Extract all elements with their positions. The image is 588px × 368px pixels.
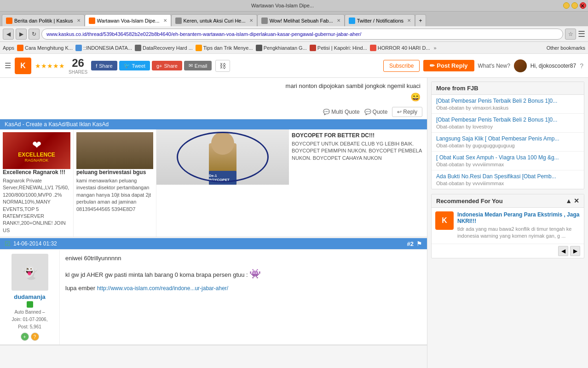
heart-icon: ❤ [32,139,41,152]
reply-btn-small[interactable]: ↩ Reply [392,107,422,117]
bm-icon-1 [17,45,23,51]
user-col: 👻 dudamanja Auto Banned – Join: 01-07-20… [0,250,60,345]
share-facebook-btn[interactable]: f Share [91,61,117,70]
online-dot [27,301,33,308]
window-controls: ✕ [563,2,586,9]
tab-close-4[interactable]: ✕ [407,18,411,23]
rec-content: Indonesia Medan Perang Para Ekstrimis , … [457,211,580,240]
rec-item-title[interactable]: Indonesia Medan Perang Para Ekstrimis , … [457,211,580,224]
hamburger-menu[interactable]: ☰ [5,61,11,70]
bookmark-star[interactable]: ☆ [565,29,576,40]
pencil-icon: ✏ [430,62,435,69]
tab-close-2[interactable]: ✕ [249,18,253,23]
kasad-ad4-title: BOYCOPET FOR BETTER DC!!! [292,132,424,139]
tab-2[interactable]: Keren, untuk Aksi Curi He... ✕ [171,14,257,26]
settings-icon[interactable]: ☰ [578,29,585,39]
bookmark-7[interactable]: HORROR 40 HARI D... [370,45,430,51]
help-icon[interactable]: ? [580,62,583,70]
share-gplus-btn[interactable]: g+ Share [152,61,182,70]
back-btn[interactable]: ◀ [3,29,14,40]
fjb-item-4-title[interactable]: Ada Bukti No.Resi Dan Spesifikasi [Obat … [436,173,579,180]
fjb-item-0-title[interactable]: [Obat Pembesar Penis Terbaik Beli 2 Bonu… [436,98,579,104]
apps-label: Apps [3,45,14,51]
fjb-item-3-sub: Obat-obatan by vvvviiimmmax [436,162,579,167]
share-email-btn[interactable]: ✉ Email [184,61,212,70]
shares-block: 26 SHARES [69,57,87,75]
shares-label: SHARES [69,70,87,75]
kaskus-logo[interactable]: K [15,58,31,74]
tab-4[interactable]: Twitter / Notifications ✕ [345,14,415,26]
email-icon: ✉ [189,63,193,69]
bookmark-4[interactable]: Tips dan Trik Menye... [196,45,253,51]
minimize-btn[interactable] [563,2,570,9]
address-bar[interactable] [41,29,563,40]
tab-0[interactable]: Berita dan Politik | Kaskus ✕ [2,14,85,26]
kasad-section: KasAd - Create a KasAd/Buat Iklan KasAd … [0,119,427,237]
post-body-text2: kl gw jd AHER gw pasti minta lah barang … [65,266,421,281]
username[interactable]: dudamanja [14,293,46,300]
star-rating: ★★★★★ [35,62,65,70]
whats-new-link[interactable]: What's New? [478,63,510,69]
bookmark-5[interactable]: Pengkhianatan G... [256,45,307,51]
flag-icon[interactable]: ⚑ [416,240,422,247]
fjb-item-1-title[interactable]: [Obat Pembesar Penis Terbaik Beli 2 Bonu… [436,117,579,123]
rec-collapse-btn[interactable]: ▲ [565,197,572,204]
fjb-item-3-title[interactable]: [ Obat Kuat Sex Ampuh - Viagra Usa 100 M… [436,154,579,161]
post2-date: 14-06-2014 01:32 [13,240,57,247]
post2-num-area: #2 ⚑ [407,240,422,247]
rating-block: ★★★★★ [35,62,65,70]
rep-pos-btn[interactable]: + [21,333,29,341]
tab-close-3[interactable]: ✕ [337,18,340,23]
new-tab-btn[interactable]: + [415,14,426,26]
fjb-item-0-sub: Obat-obatan by vimaxori.kaskus [436,105,579,111]
tool-btn[interactable]: ⛓ [215,60,230,72]
fjb-item-2-title[interactable]: Langsung Saja Klik [ Obat Pembesar Penis… [436,135,579,142]
header-right: Subscribe ✏ Post Reply What's New? Hi, d… [383,59,583,72]
user-name[interactable]: Hi, djokoscooter87 [530,63,576,69]
bookmarks-bar: Apps Cara Menghitung K... ::INDONESIA DA… [0,42,588,54]
kasad-ad-2[interactable]: peluang berinvestasi bgus kami menawarka… [74,129,156,237]
bookmark-apps[interactable]: Apps [3,45,14,51]
bookmarks-more[interactable]: » [434,45,437,51]
tab-close-1[interactable]: ✕ [163,18,167,23]
tab-1[interactable]: Wartawan Voa-Islam Dipe... ✕ [85,14,171,26]
fjb-item-1-sub: Obat-obatan by lovestroy [436,124,579,129]
post-text: mari nonton dipojokan sambil jongkok nge… [6,82,421,89]
browser-chrome: Wartawan Voa-Islam Dipe... ✕ Berita dan … [0,0,588,54]
multi-quote-link[interactable]: 💬 Multi Quote [323,109,359,115]
sidebar-fjb-item-0: [Obat Pembesar Penis Terbaik Beli 2 Bonu… [432,95,584,114]
restore-btn[interactable] [571,2,578,9]
rec-next-btn[interactable]: ▶ [570,246,580,256]
subscribe-btn[interactable]: Subscribe [383,60,420,72]
bookmark-other[interactable]: Other bookmarks [547,45,585,51]
bookmark-2[interactable]: ::INDONESIA DATA... [75,45,132,51]
fjb-item-4-sub: Obat-obatan by vvvviiimmmax [436,181,579,186]
bookmark-1[interactable]: Cara Menghitung K... [17,45,73,51]
reload-btn[interactable]: ↻ [29,29,40,40]
rec-prev-btn[interactable]: ◀ [558,246,568,256]
bookmark-6[interactable]: Petisi | Kapolri: Hind... [310,45,367,51]
kasad-ad-34[interactable]: De-1 BOYCOPET BOYCOPET FOR BETTER DC!!! … [156,129,427,237]
kasad-ad-1[interactable]: ❤ EXCELLENCE RAGNAROK Excellence Ragnaro… [0,129,74,237]
quote-link[interactable]: 💬 Quote [364,109,388,115]
tab-3[interactable]: Wow! Melihat Sebuah Fab... ✕ [257,14,345,26]
rec-close-btn[interactable]: ✕ [574,197,579,204]
tab-favicon-1 [89,18,95,24]
forward-btn[interactable]: ▶ [16,29,27,40]
post-reply-btn[interactable]: ✏ Post Reply [423,60,474,71]
post-link[interactable]: http://www.voa-islam.com/read/indone...u… [97,285,228,292]
bookmark-3[interactable]: DataRecovery Hard ... [135,45,193,51]
quote-icon: 💬 [323,109,330,115]
tab-favicon-0 [6,18,12,24]
post2-body: 👻 dudamanja Auto Banned – Join: 01-07-20… [0,250,427,345]
checkbox-icon: ☑ [5,240,11,247]
close-btn[interactable]: ✕ [580,2,586,9]
tab-favicon-3 [261,18,268,24]
tab-close-0[interactable]: ✕ [77,18,81,23]
ghost-avatar: 👻 [14,256,46,288]
share-twitter-btn[interactable]: 🐦 Tweet [119,61,150,70]
fb-icon: f [96,63,97,69]
rep-neg-btn[interactable]: ? [31,333,39,341]
twitter-icon: 🐦 [124,63,130,69]
excellence-title: EXCELLENCE [18,152,55,158]
